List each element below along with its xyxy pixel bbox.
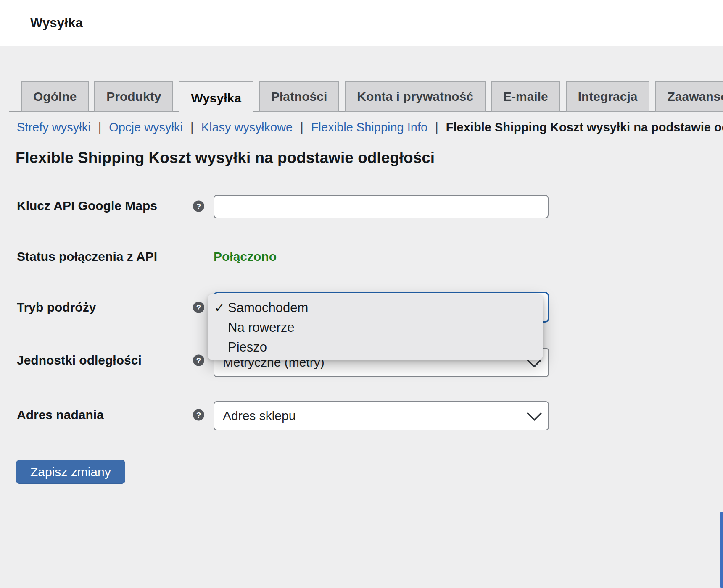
dropdown-option-label: Samochodem <box>228 300 308 315</box>
distance-units-label: Jednostki odległości <box>17 353 142 368</box>
help-icon[interactable]: ? <box>193 410 204 421</box>
api-key-input[interactable] <box>214 195 549 218</box>
subnav-separator: | <box>300 121 303 134</box>
dropdown-option-label: Na rowerze <box>228 320 295 335</box>
api-status-value: Połączono <box>214 249 277 264</box>
subnav-link-strefy-wysylki[interactable]: Strefy wysyłki <box>17 121 91 134</box>
origin-address-select[interactable]: Adres sklepu <box>214 401 549 430</box>
section-title: Flexible Shipping Koszt wysyłki na podst… <box>16 149 435 167</box>
scrollbar-thumb[interactable] <box>720 512 723 588</box>
subnav-link-opcje-wysylki[interactable]: Opcje wysyłki <box>109 121 183 134</box>
admin-header-bar: Wysyłka <box>0 0 723 46</box>
travel-mode-dropdown: ✓ Samochodem Na rowerze Pieszo <box>208 294 543 360</box>
travel-mode-label: Tryb podróży <box>17 300 96 315</box>
dropdown-option-pieszo[interactable]: Pieszo <box>208 337 543 357</box>
dropdown-option-na-rowerze[interactable]: Na rowerze <box>208 318 543 337</box>
api-status-label: Status połączenia z API <box>17 249 157 264</box>
page-heading: Wysyłka <box>30 16 83 31</box>
save-changes-button[interactable]: Zapisz zmiany <box>16 460 125 484</box>
subnav-separator: | <box>190 121 194 134</box>
tab-platnosci[interactable]: Płatności <box>259 81 339 112</box>
woocommerce-settings-screen: Wysyłka Ogólne Produkty Wysyłka Płatnośc… <box>0 0 723 588</box>
origin-address-label: Adres nadania <box>17 408 104 422</box>
settings-tab-bar: Ogólne Produkty Wysyłka Płatności Konta … <box>21 81 723 115</box>
subnav-link-klasy-wysylkowe[interactable]: Klasy wysyłkowe <box>201 121 293 134</box>
tab-konta-i-prywatnosc[interactable]: Konta i prywatność <box>345 81 486 112</box>
tab-ogolne[interactable]: Ogólne <box>21 81 89 112</box>
subnav-separator: | <box>98 121 102 134</box>
tab-integracja[interactable]: Integracja <box>566 81 650 112</box>
tab-wysylka[interactable]: Wysyłka <box>179 81 253 115</box>
tab-zaawansowane[interactable]: Zaawansowane <box>655 81 723 112</box>
subnav-current-item: Flexible Shipping Koszt wysyłki na podst… <box>446 121 723 134</box>
shipping-subnav: Strefy wysyłki | Opcje wysyłki | Klasy w… <box>17 121 723 134</box>
help-icon[interactable]: ? <box>193 355 204 366</box>
chevron-down-icon <box>527 406 542 421</box>
help-icon[interactable]: ? <box>193 302 204 313</box>
dropdown-option-samochodem[interactable]: ✓ Samochodem <box>208 298 543 318</box>
tab-e-maile[interactable]: E-maile <box>491 81 560 112</box>
api-key-label: Klucz API Google Maps <box>17 199 157 213</box>
origin-address-value: Adres sklepu <box>223 409 296 423</box>
dropdown-option-label: Pieszo <box>228 340 267 355</box>
subnav-link-flexible-shipping-info[interactable]: Flexible Shipping Info <box>311 121 427 134</box>
subnav-separator: | <box>435 121 438 134</box>
help-icon[interactable]: ? <box>193 201 204 212</box>
checkmark-icon: ✓ <box>214 301 224 315</box>
tab-produkty[interactable]: Produkty <box>94 81 173 112</box>
